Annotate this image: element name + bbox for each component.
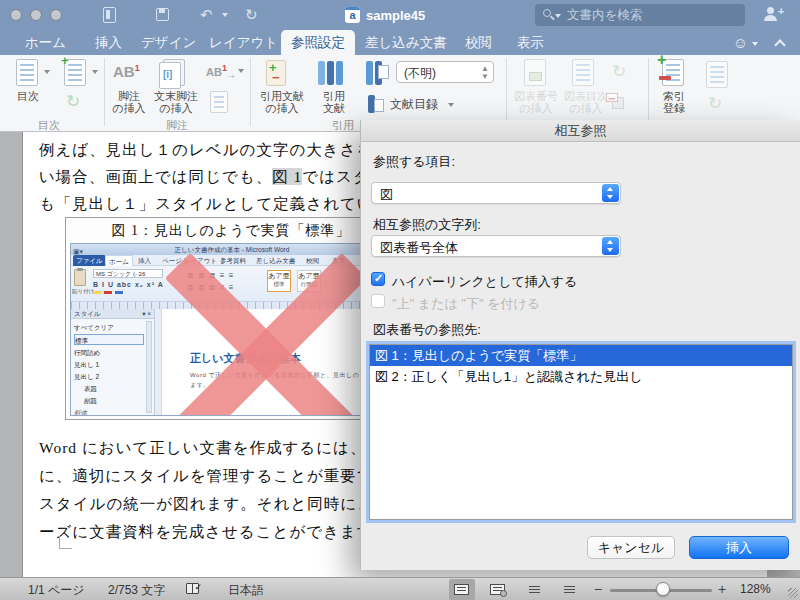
margin-crop-mark xyxy=(59,536,72,549)
citation-style-select[interactable]: (不明)▲▼ xyxy=(396,61,494,83)
group-separator xyxy=(250,58,251,126)
word-count[interactable]: 2/753 文字 xyxy=(108,582,165,599)
include-above-below-checkbox xyxy=(371,294,385,308)
cancel-button[interactable]: キャンセル xyxy=(587,536,675,559)
cross-reference-dialog: 相互参照 参照する項目: 図 相互参照の文字列: 図表番号全体 ハイパーリンクと… xyxy=(360,120,800,570)
search-scope-caret-icon xyxy=(555,14,561,18)
caption-list[interactable]: 図 1：見出しのようで実質「標準」 図 2：正しく「見出し1」と認識された見出し xyxy=(369,344,793,520)
reference-string-select[interactable]: 図表番号全体 xyxy=(371,235,621,257)
update-toc-icon[interactable]: ↻ xyxy=(66,93,80,110)
body-text-line: い場合、画面上では同じでも、図 1ではスタ xyxy=(39,167,370,188)
figure-caption: 図 1：見出しのようで実質「標準」 xyxy=(66,222,396,240)
mini-window-title: 正しい文書作成の基本 - Microsoft Word xyxy=(175,246,290,253)
stepper-icon xyxy=(602,237,619,255)
search-input[interactable]: 文書内を検索 xyxy=(535,4,745,26)
zoom-slider-thumb[interactable] xyxy=(656,582,670,596)
sidebar-toggle-icon[interactable] xyxy=(103,7,116,23)
redo-icon[interactable]: ↻ xyxy=(245,7,258,22)
body-text-line: も「見出し１」スタイルとして定義されていま xyxy=(39,194,391,215)
caption-reference-label: 図表番号の参照先: xyxy=(373,321,481,339)
reference-type-label: 参照する項目: xyxy=(373,153,455,171)
body-text-line: 例えば、見出し１のレベルの文字の大きさを xyxy=(39,140,373,161)
web-layout-view-icon[interactable] xyxy=(490,584,505,595)
outline-view-icon[interactable] xyxy=(527,584,542,595)
embedded-word2010-screenshot: ▣▾正しい文書作成の基本 - Microsoft Word ファイル ホーム 挿… xyxy=(70,243,394,416)
reference-string-label: 相互参照の文字列: xyxy=(373,216,481,234)
list-item[interactable]: 図 1：見出しのようで実質「標準」 xyxy=(370,345,792,366)
insert-as-hyperlink-checkbox[interactable] xyxy=(371,272,385,286)
titlebar: ↶ ↻ a sample45 文書内を検索 + xyxy=(0,0,800,30)
save-icon[interactable] xyxy=(156,8,169,21)
body-text-line: に、適切にスタイルを管理することが重要で xyxy=(39,466,374,487)
zoom-in-icon[interactable]: + xyxy=(718,581,726,597)
body-text-line: ーズに文書資料を完成させることができます。 xyxy=(39,522,390,543)
document-icon: a xyxy=(345,7,360,23)
tab-mailings[interactable]: 差し込み文書 xyxy=(355,30,457,55)
update-index-icon: ↻ xyxy=(708,95,722,112)
feedback-smiley-icon[interactable]: ☺ xyxy=(733,34,748,51)
cross-reference-field: 図 1 xyxy=(272,168,302,185)
undo-dropdown-icon[interactable] xyxy=(222,13,228,17)
tab-design[interactable]: デザイン xyxy=(131,30,206,55)
close-window-button[interactable] xyxy=(10,9,22,21)
page-count[interactable]: 1/1 ページ xyxy=(28,582,85,599)
draft-view-icon[interactable] xyxy=(562,584,577,595)
update-table-icon: ↻ xyxy=(612,63,626,80)
minimize-window-button[interactable] xyxy=(30,9,42,21)
group-label-citations: 引用 xyxy=(332,118,354,133)
print-layout-view-icon[interactable] xyxy=(454,584,469,595)
include-above-below-label: "上" または "下" を付ける xyxy=(392,295,540,313)
tab-layout[interactable]: レイアウト xyxy=(199,30,288,55)
search-icon xyxy=(543,9,551,17)
tab-home[interactable]: ホーム xyxy=(15,30,76,55)
zoom-out-icon[interactable]: − xyxy=(594,581,602,597)
group-label-toc: 目次 xyxy=(38,118,60,133)
dialog-title: 相互参照 xyxy=(361,120,800,142)
tab-view[interactable]: 表示 xyxy=(507,30,554,55)
word-app-window: ↶ ↻ a sample45 文書内を検索 + ホーム 挿入 デザイン レイアウ… xyxy=(0,0,800,600)
mini-style-chip-normal: あア亜標準 xyxy=(267,270,291,292)
figure-frame: 図 1：見出しのようで実質「標準」 ▣▾正しい文書作成の基本 - Microso… xyxy=(65,217,397,420)
body-text-line: スタイルの統一が図れます。それと同時に、W xyxy=(39,494,389,515)
insert-index-button xyxy=(706,61,728,88)
undo-icon[interactable]: ↶ xyxy=(200,7,213,22)
search-placeholder: 文書内を検索 xyxy=(567,4,642,26)
group-label-footnotes: 脚注 xyxy=(166,118,188,133)
body-text-line: Word において正しい文書を作成するには、と xyxy=(39,438,383,459)
status-bar: 1/1 ページ 2/753 文字 日本語 − + 128% xyxy=(0,577,800,600)
tab-insert[interactable]: 挿入 xyxy=(85,30,132,55)
insert-as-hyperlink-label: ハイパーリンクとして挿入する xyxy=(392,273,577,291)
resize-grip[interactable] xyxy=(788,588,798,598)
insert-button[interactable]: 挿入 xyxy=(689,536,789,559)
mini-styles-pane: スタイル▾ × すべてクリア 標準 行間詰め 見出し 1 見出し 2 表題 副題… xyxy=(71,309,155,415)
tab-review[interactable]: 校閲 xyxy=(455,30,502,55)
ribbon-tab-bar: ホーム 挿入 デザイン レイアウト 参照設定 差し込み文書 校閲 表示 ☺ xyxy=(0,30,800,55)
reference-type-select[interactable]: 図 xyxy=(371,182,621,204)
stepper-icon xyxy=(602,184,619,202)
proofing-icon[interactable] xyxy=(186,583,199,594)
tab-references[interactable]: 参照設定 xyxy=(281,30,355,55)
collapse-ribbon-icon[interactable] xyxy=(774,39,785,50)
window-title: sample45 xyxy=(366,8,425,23)
language-indicator[interactable]: 日本語 xyxy=(228,582,264,599)
list-item[interactable]: 図 2：正しく「見出し1」と認識された見出し xyxy=(370,366,792,387)
zoom-percentage[interactable]: 128% xyxy=(740,582,771,596)
zoom-window-button[interactable] xyxy=(50,9,62,21)
feedback-caret-icon xyxy=(752,42,758,46)
group-separator xyxy=(506,58,507,126)
group-separator xyxy=(648,58,649,126)
